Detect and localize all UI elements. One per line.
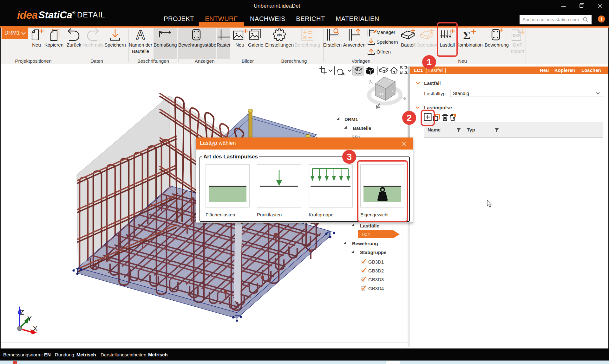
svg-text:Σ: Σ xyxy=(463,29,471,42)
svg-text:DXF: DXF xyxy=(513,34,520,37)
svg-text:x: x xyxy=(392,89,394,93)
svg-text:-z: -z xyxy=(388,79,390,82)
svg-text:+Y: +Y xyxy=(379,92,384,96)
svg-text:Z: Z xyxy=(20,309,24,316)
svg-text:X: X xyxy=(33,325,37,332)
svg-text:Y: Y xyxy=(27,315,32,322)
